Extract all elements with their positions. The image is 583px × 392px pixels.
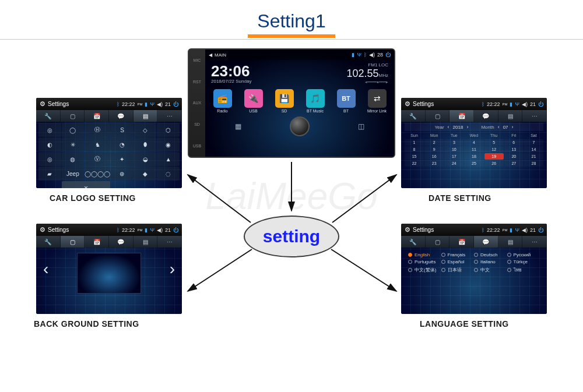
cal-day[interactable]: 11 bbox=[464, 146, 483, 153]
language-option[interactable]: 中文 bbox=[474, 266, 507, 274]
app-sd[interactable]: 💾SD bbox=[271, 89, 297, 113]
cal-day[interactable]: 20 bbox=[504, 153, 524, 160]
logo-cell[interactable]: ✦ bbox=[111, 152, 134, 166]
tab-language[interactable]: 💬 bbox=[109, 110, 134, 122]
volume-knob[interactable] bbox=[290, 116, 310, 136]
language-option[interactable]: Русский bbox=[507, 252, 540, 257]
logo-cell[interactable]: ◇ bbox=[134, 123, 157, 137]
cal-day[interactable]: 3 bbox=[444, 139, 463, 146]
eq-icon[interactable]: ◫ bbox=[358, 122, 364, 130]
cal-day[interactable]: 2 bbox=[424, 139, 444, 146]
language-option[interactable]: ไทย bbox=[507, 266, 540, 274]
cal-day[interactable]: 9 bbox=[424, 146, 444, 153]
power-icon[interactable]: ⏻ bbox=[385, 52, 391, 58]
tab-about[interactable]: ⋯ bbox=[522, 110, 547, 122]
apps-icon[interactable]: ▦ bbox=[235, 122, 241, 130]
logo-cell[interactable]: Jeep bbox=[62, 167, 85, 181]
logo-cell[interactable]: ▲ bbox=[157, 152, 180, 166]
logo-cell[interactable]: S bbox=[111, 123, 134, 137]
logo-cell[interactable]: ♞ bbox=[85, 137, 110, 151]
tab-logo[interactable]: ▤ bbox=[498, 236, 523, 248]
cal-day[interactable]: 4 bbox=[464, 139, 483, 146]
app-bt[interactable]: BTBT bbox=[333, 89, 359, 113]
tab-date[interactable]: 📅 bbox=[449, 110, 474, 122]
tab-about[interactable]: ⋯ bbox=[157, 110, 182, 122]
power-icon[interactable]: ⏻ bbox=[538, 101, 543, 107]
logo-cell[interactable]: ⊛ bbox=[111, 167, 134, 181]
logo-cell[interactable]: Ⓥ bbox=[85, 152, 110, 166]
cal-day[interactable]: 26 bbox=[484, 160, 504, 167]
logo-cell[interactable]: ◯◯◯◯ bbox=[85, 167, 110, 181]
power-icon[interactable]: ⏻ bbox=[173, 101, 178, 107]
year-next[interactable]: › bbox=[466, 124, 468, 130]
tab-date[interactable]: 📅 bbox=[85, 236, 109, 248]
logo-cell[interactable]: ◌ bbox=[157, 167, 180, 181]
cal-day[interactable]: 13 bbox=[504, 146, 524, 153]
logo-cell[interactable]: ◉ bbox=[157, 137, 180, 151]
language-option[interactable]: Português bbox=[408, 259, 441, 264]
prev-bg-arrow[interactable]: ‹ bbox=[43, 260, 48, 278]
cal-day[interactable]: 17 bbox=[444, 153, 463, 160]
logo-cell[interactable]: ✳ bbox=[62, 137, 85, 151]
tab-logo[interactable]: ▤ bbox=[134, 236, 158, 248]
cal-day[interactable]: 14 bbox=[524, 146, 543, 153]
cal-day[interactable]: 19 bbox=[484, 153, 504, 160]
tab-display[interactable]: ▢ bbox=[61, 236, 85, 248]
cal-day[interactable]: 7 bbox=[524, 139, 543, 146]
tab-logo[interactable]: ▤ bbox=[134, 110, 158, 122]
tab-about[interactable]: ⋯ bbox=[522, 236, 547, 248]
next-bg-arrow[interactable]: › bbox=[170, 260, 175, 278]
logo-cell[interactable]: ◐ bbox=[38, 137, 61, 151]
background-preview[interactable] bbox=[77, 253, 141, 294]
cal-day[interactable]: 10 bbox=[444, 146, 463, 153]
month-next[interactable]: › bbox=[512, 124, 514, 130]
month-prev[interactable]: ‹ bbox=[498, 124, 500, 130]
language-option[interactable]: Français bbox=[441, 252, 475, 257]
language-option[interactable]: Italiano bbox=[474, 259, 507, 264]
cal-day[interactable]: 15 bbox=[405, 153, 424, 160]
logo-cell[interactable]: ⬮ bbox=[134, 137, 157, 151]
power-icon[interactable]: ⏻ bbox=[173, 227, 178, 233]
cal-day[interactable]: 27 bbox=[504, 160, 524, 167]
tab-display[interactable]: ▢ bbox=[426, 236, 450, 248]
logo-cell[interactable]: ◍ bbox=[62, 152, 85, 166]
language-option[interactable]: Español bbox=[441, 259, 475, 264]
cal-day[interactable]: 28 bbox=[524, 160, 543, 167]
back-icon[interactable]: ◀ bbox=[209, 52, 212, 58]
app-bt-music[interactable]: 🎵BT Music bbox=[302, 89, 328, 113]
tab-language[interactable]: 💬 bbox=[474, 110, 498, 122]
cal-day[interactable]: 18 bbox=[464, 153, 483, 160]
app-mirror-link[interactable]: ⇄Mirror Link bbox=[364, 89, 390, 113]
tab-general[interactable]: 🔧 bbox=[401, 236, 426, 248]
logo-cell[interactable]: ◯ bbox=[62, 123, 85, 137]
cal-day[interactable]: 21 bbox=[524, 153, 543, 160]
cal-day[interactable]: 6 bbox=[504, 139, 524, 146]
tab-date[interactable]: 📅 bbox=[449, 236, 474, 248]
power-icon[interactable]: ⏻ bbox=[538, 227, 543, 233]
cal-day[interactable]: 5 bbox=[484, 139, 504, 146]
tab-general[interactable]: 🔧 bbox=[36, 110, 61, 122]
logo-cell[interactable]: ▰ bbox=[38, 167, 61, 181]
logo-cell[interactable]: ◎ bbox=[38, 152, 61, 166]
cal-day[interactable]: 22 bbox=[405, 160, 424, 167]
year-prev[interactable]: ‹ bbox=[448, 124, 449, 130]
language-option[interactable]: Türkçe bbox=[507, 259, 540, 264]
logo-cell[interactable]: ◒ bbox=[134, 152, 157, 166]
cal-day[interactable]: 23 bbox=[424, 160, 444, 167]
cal-day[interactable]: 8 bbox=[405, 146, 424, 153]
logo-cell[interactable]: ◔ bbox=[111, 137, 134, 151]
tab-general[interactable]: 🔧 bbox=[36, 236, 61, 248]
app-radio[interactable]: 📻Radio bbox=[209, 89, 236, 113]
app-usb[interactable]: 🔌USB bbox=[240, 89, 266, 113]
cal-day[interactable]: 1 bbox=[405, 139, 424, 146]
tab-language[interactable]: 💬 bbox=[474, 236, 498, 248]
cal-day[interactable]: 24 bbox=[444, 160, 463, 167]
tab-language[interactable]: 💬 bbox=[109, 236, 134, 248]
logo-cell[interactable]: ⬡ bbox=[157, 123, 180, 137]
tab-general[interactable]: 🔧 bbox=[401, 110, 426, 122]
language-option[interactable]: English bbox=[408, 252, 441, 257]
language-option[interactable]: Deutsch bbox=[474, 252, 507, 257]
tab-logo[interactable]: ▤ bbox=[498, 110, 523, 122]
tab-date[interactable]: 📅 bbox=[85, 110, 109, 122]
cal-day[interactable]: 25 bbox=[464, 160, 483, 167]
